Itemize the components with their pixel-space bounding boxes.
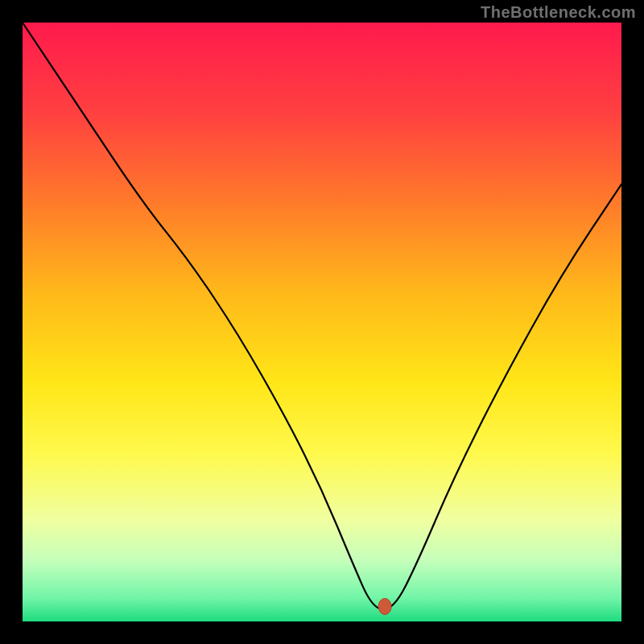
chart-container: TheBottleneck.com [0, 0, 644, 644]
watermark-text: TheBottleneck.com [481, 3, 636, 22]
plot-area [23, 23, 621, 621]
optimal-point-marker [378, 598, 391, 614]
bottleneck-chart [0, 0, 644, 644]
